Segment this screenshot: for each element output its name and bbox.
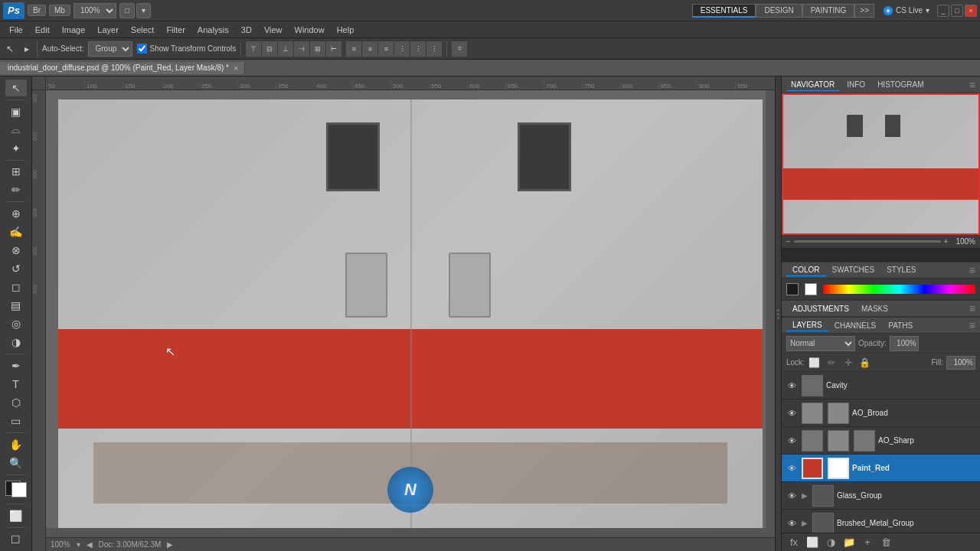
distribute-hcenter[interactable]: ⋮: [410, 41, 426, 57]
status-arrow-right[interactable]: ▶: [167, 540, 173, 549]
zoom-select[interactable]: 100% □ ▾: [74, 3, 116, 18]
menu-edit[interactable]: Edit: [29, 24, 56, 36]
menu-analysis[interactable]: Analysis: [191, 24, 235, 36]
history-tool[interactable]: ↺: [5, 260, 27, 277]
opacity-input[interactable]: [890, 336, 919, 351]
cs-live-label[interactable]: CS Live: [896, 6, 923, 15]
color-spectrum[interactable]: [823, 285, 975, 294]
close-button[interactable]: ×: [965, 5, 977, 17]
blend-mode-select[interactable]: Normal Multiply Screen: [786, 336, 855, 351]
quick-mask-btn[interactable]: ⬜: [5, 507, 27, 524]
align-vcenter[interactable]: ⊟: [262, 41, 277, 57]
menu-view[interactable]: View: [258, 24, 289, 36]
maximize-button[interactable]: □: [951, 5, 963, 17]
navigator-options-icon[interactable]: ≡: [969, 79, 975, 91]
color-bg-swatch[interactable]: [805, 283, 817, 295]
auto-select-dropdown[interactable]: Group Layer: [88, 41, 132, 57]
text-tool[interactable]: T: [5, 376, 27, 393]
ws-painting[interactable]: PAINTING: [802, 4, 854, 18]
move-tool-icon[interactable]: ↖: [3, 42, 17, 56]
align-right[interactable]: ⊢: [326, 41, 341, 57]
align-hcenter[interactable]: ⊞: [310, 41, 325, 57]
menu-3d[interactable]: 3D: [235, 24, 258, 36]
zoom-icon[interactable]: ▾: [77, 540, 80, 549]
layer-visibility-ao-broad[interactable]: 👁: [785, 406, 799, 420]
layer-visibility-brushed-metal[interactable]: 👁: [785, 517, 799, 530]
layer-visibility-paint-red[interactable]: 👁: [785, 461, 799, 475]
lock-transparent-btn[interactable]: ⬜: [808, 356, 822, 370]
brush-tool[interactable]: ✍: [5, 223, 27, 240]
tab-histogram[interactable]: HISTOGRAM: [873, 79, 928, 90]
status-arrow-left[interactable]: ◀: [87, 540, 93, 549]
layer-visibility-ao-sharp[interactable]: 👁: [785, 434, 799, 448]
distribute-top[interactable]: ≡: [346, 41, 361, 57]
layer-delete-btn[interactable]: 🗑: [878, 535, 893, 550]
panel-collapse-handle[interactable]: [775, 77, 781, 551]
distribute-left[interactable]: ⋮: [394, 41, 410, 57]
crop-tool[interactable]: ⊞: [5, 164, 27, 181]
view-mode-btn[interactable]: □: [119, 3, 135, 18]
screen-mode-btn[interactable]: ☐: [5, 531, 27, 548]
ws-essentials[interactable]: ESSENTIALS: [692, 4, 756, 18]
auto-align[interactable]: ⌗: [452, 41, 467, 57]
bridge-button[interactable]: Br: [28, 5, 46, 16]
menu-select[interactable]: Select: [125, 24, 161, 36]
layer-visibility-cavity[interactable]: 👁: [785, 379, 799, 393]
menu-file[interactable]: File: [3, 24, 29, 36]
eyedropper-tool[interactable]: ✏: [5, 181, 27, 198]
lock-all-btn[interactable]: 🔒: [858, 356, 872, 370]
distribute-vcenter[interactable]: ≡: [362, 41, 377, 57]
tool-arrow-icon[interactable]: ▸: [21, 42, 32, 56]
minimize-button[interactable]: _: [937, 5, 949, 17]
layer-row-glass-group[interactable]: 👁 ▶ Glass_Group: [782, 482, 980, 510]
tab-masks[interactable]: MASKS: [855, 303, 894, 315]
eraser-tool[interactable]: ◻: [5, 279, 27, 295]
align-bottom[interactable]: ⊥: [278, 41, 293, 57]
layer-row[interactable]: 👁 AO_Sharp: [782, 427, 980, 455]
menu-layer[interactable]: Layer: [91, 24, 125, 36]
pen-tool[interactable]: ✒: [5, 357, 27, 374]
lock-pixels-btn[interactable]: ✏: [825, 356, 838, 370]
layer-row[interactable]: 👁 Cavity: [782, 372, 980, 399]
tab-adjustments[interactable]: ADJUSTMENTS: [786, 303, 855, 315]
document-tab[interactable]: industrial_door_diffuse.psd @ 100% (Pain…: [0, 62, 245, 74]
ws-design[interactable]: DESIGN: [756, 4, 802, 18]
zoom-tool[interactable]: 🔍: [5, 455, 27, 471]
blur-tool[interactable]: ◎: [5, 315, 27, 332]
hand-tool[interactable]: ✋: [5, 436, 27, 453]
transform-controls-input[interactable]: [137, 44, 147, 54]
vertical-scrollbar[interactable]: [766, 90, 775, 537]
magic-wand-tool[interactable]: ✦: [5, 140, 27, 157]
path-tool[interactable]: ⬡: [5, 394, 27, 411]
layer-adjustment-btn[interactable]: ◑: [823, 535, 838, 550]
doc-tab-close[interactable]: ×: [234, 64, 238, 73]
tab-swatches[interactable]: SWATCHES: [826, 264, 881, 276]
marquee-tool[interactable]: ▣: [5, 103, 27, 120]
layer-row-paint-red[interactable]: 👁 Paint_Red: [782, 455, 980, 482]
color-panel-options-icon[interactable]: ≡: [969, 264, 975, 276]
tab-paths[interactable]: PATHS: [882, 320, 919, 331]
clone-tool[interactable]: ⊗: [5, 242, 27, 259]
layer-new-btn[interactable]: +: [860, 535, 875, 550]
horizontal-scrollbar[interactable]: [46, 528, 775, 537]
healing-tool[interactable]: ⊕: [5, 205, 27, 222]
tab-styles[interactable]: STYLES: [880, 264, 922, 276]
layer-group-btn[interactable]: 📁: [841, 535, 857, 550]
layers-options-icon[interactable]: ≡: [969, 319, 975, 331]
layer-visibility-glass-group[interactable]: 👁: [785, 489, 799, 503]
layer-fx-btn[interactable]: fx: [786, 535, 802, 550]
menu-filter[interactable]: Filter: [160, 24, 191, 36]
gradient-tool[interactable]: ▤: [5, 297, 27, 314]
menu-window[interactable]: Window: [289, 24, 331, 36]
background-color[interactable]: [11, 482, 27, 497]
layer-row[interactable]: 👁 AO_Broad: [782, 399, 980, 427]
tab-navigator[interactable]: NAVIGATOR: [786, 79, 839, 91]
layer-group-arrow-glass[interactable]: ▶: [802, 491, 809, 500]
tab-color[interactable]: COLOR: [786, 264, 826, 276]
align-left[interactable]: ⊣: [294, 41, 309, 57]
layer-mask-btn[interactable]: ⬜: [805, 535, 820, 550]
menu-image[interactable]: Image: [56, 24, 92, 36]
screen-mode-btn[interactable]: ▾: [136, 3, 151, 18]
ws-more[interactable]: >>: [854, 4, 874, 18]
tab-info[interactable]: INFO: [842, 79, 870, 90]
